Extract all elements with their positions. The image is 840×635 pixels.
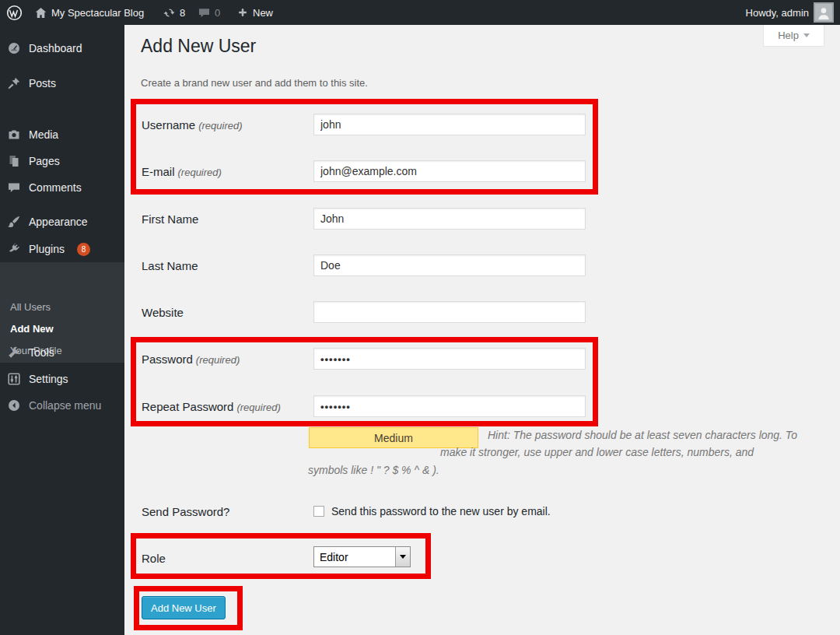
help-label: Help [778, 30, 799, 41]
role-selected-value: Editor [314, 551, 395, 563]
help-button[interactable]: Help [763, 25, 824, 47]
send-password-checkbox-label[interactable]: Send this password to the new user by em… [331, 505, 551, 517]
comments-bubble-icon [198, 7, 210, 19]
sidebar-item-label: Comments [29, 181, 82, 194]
submenu-item-label: Add New [10, 323, 54, 335]
password-input[interactable] [313, 348, 586, 370]
plus-icon [237, 7, 248, 18]
first-name-input[interactable] [313, 208, 586, 230]
submenu-item-label: All Users [10, 301, 51, 313]
last-name-label: Last Name [142, 259, 198, 272]
required-indicator: (required) [178, 167, 222, 178]
plugins-update-badge: 8 [77, 243, 90, 256]
wordpress-logo-icon [6, 5, 23, 21]
media-icon [8, 128, 20, 141]
password-hint-line: Hint: The password should be at least se… [488, 429, 797, 441]
plugins-icon [8, 243, 20, 255]
new-label: New [253, 7, 273, 19]
send-password-checkbox[interactable] [313, 506, 324, 517]
username-input[interactable] [313, 114, 586, 135]
tools-wrench-icon [8, 346, 20, 359]
first-name-label: First Name [142, 212, 198, 226]
sidebar-item-posts[interactable]: Posts [0, 72, 124, 94]
sidebar-item-label: Pages [29, 155, 60, 167]
role-label: Role [142, 552, 166, 565]
chevron-down-icon [803, 33, 810, 37]
sidebar-item-label: Media [29, 128, 58, 141]
page-description: Create a brand new user and add them to … [141, 77, 368, 89]
chevron-down-icon [400, 555, 406, 559]
account-menu[interactable]: Howdy, admin [746, 0, 834, 25]
sidebar-item-label: Appearance [29, 216, 88, 228]
password-hint-line: make it stronger, use upper and lower ca… [440, 446, 754, 458]
required-indicator: (required) [196, 354, 240, 366]
new-content-link[interactable]: New [237, 0, 273, 25]
comments-icon [8, 181, 20, 194]
sidebar-item-label: Tools [29, 346, 54, 359]
username-label: Username(required) [142, 118, 243, 132]
pages-icon [8, 155, 20, 167]
required-indicator: (required) [236, 402, 280, 413]
send-password-label: Send Password? [142, 505, 229, 518]
repeat-password-input[interactable] [313, 395, 586, 417]
update-icon [163, 7, 175, 19]
dashboard-icon [8, 42, 20, 54]
sidebar-item-comments[interactable]: Comments [0, 177, 124, 198]
sidebar-item-label: Dashboard [29, 42, 82, 54]
admin-sidebar: Dashboard Posts Media Pages Comments [0, 25, 124, 635]
howdy-label: Howdy, admin [746, 7, 809, 19]
page-title: Add New User [141, 36, 256, 57]
settings-sliders-icon [8, 373, 20, 385]
update-count: 8 [180, 7, 185, 19]
sidebar-item-dashboard[interactable]: Dashboard [0, 37, 124, 59]
website-input[interactable] [313, 301, 586, 323]
sidebar-item-label: Settings [29, 373, 68, 385]
sidebar-item-label: Plugins [29, 243, 65, 255]
wordpress-logo-menu[interactable] [6, 0, 23, 25]
last-name-input[interactable] [313, 254, 586, 276]
sidebar-item-pages[interactable]: Pages [0, 150, 124, 172]
add-new-user-page: My Spectacular Blog 8 0 New Howdy, admin [0, 0, 840, 635]
sidebar-item-tools[interactable]: Tools [0, 342, 124, 363]
sidebar-item-settings[interactable]: Settings [0, 368, 124, 390]
sidebar-item-label: Collapse menu [29, 399, 101, 412]
site-name-link[interactable]: My Spectacular Blog [35, 0, 144, 25]
add-new-user-button[interactable]: Add New User [142, 596, 226, 619]
sidebar-item-appearance[interactable]: Appearance [0, 211, 124, 233]
email-label: E-mail(required) [142, 165, 222, 178]
role-select[interactable]: Editor [313, 546, 411, 567]
sidebar-item-plugins[interactable]: Plugins 8 [0, 238, 124, 260]
posts-icon [8, 77, 20, 89]
comments-link[interactable]: 0 [198, 0, 220, 25]
password-hint-line: symbols like ! " ? $ % ^ & ). [308, 464, 439, 476]
sidebar-item-media[interactable]: Media [0, 124, 124, 146]
website-label: Website [142, 306, 184, 319]
comment-count: 0 [215, 7, 220, 19]
admin-bar: My Spectacular Blog 8 0 New Howdy, admin [0, 0, 840, 25]
avatar [814, 2, 834, 23]
home-icon [35, 7, 47, 19]
required-indicator: (required) [198, 120, 242, 132]
role-select-arrow-button[interactable] [395, 547, 410, 567]
submenu-item-add-new[interactable]: Add New [0, 318, 124, 339]
email-input[interactable] [313, 160, 586, 182]
updates-link[interactable]: 8 [163, 0, 185, 25]
password-label: Password(required) [142, 353, 240, 366]
collapse-menu-icon [8, 399, 20, 412]
sidebar-item-label: Posts [29, 77, 56, 89]
password-strength-indicator: Medium [309, 427, 478, 448]
repeat-password-label: Repeat Password(required) [142, 400, 281, 413]
sidebar-item-collapse-menu[interactable]: Collapse menu [0, 395, 124, 416]
appearance-brush-icon [8, 216, 20, 228]
site-name-label: My Spectacular Blog [51, 7, 144, 19]
submenu-item-all-users[interactable]: All Users [0, 296, 124, 318]
